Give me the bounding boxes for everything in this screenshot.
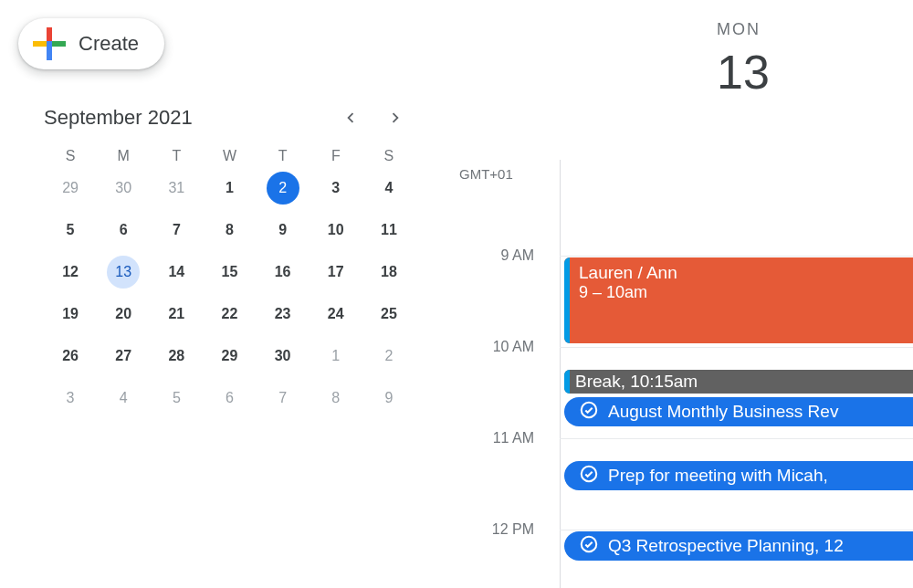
day-cell[interactable]: 3 bbox=[310, 173, 362, 203]
day-cell[interactable]: 9 bbox=[362, 383, 415, 413]
day-cell[interactable]: 11 bbox=[362, 215, 415, 245]
weekday-label: T bbox=[150, 148, 203, 164]
day-number: 3 bbox=[320, 172, 352, 205]
day-cell[interactable]: 9 bbox=[257, 215, 310, 245]
day-number: 10 bbox=[320, 214, 352, 247]
day-number: 9 bbox=[373, 382, 405, 415]
day-number: 6 bbox=[107, 214, 140, 247]
day-cell[interactable]: 17 bbox=[310, 257, 362, 287]
day-number: 29 bbox=[54, 172, 87, 205]
weekday-label: S bbox=[362, 148, 415, 164]
day-number: 23 bbox=[267, 298, 299, 331]
day-number: 26 bbox=[54, 340, 87, 373]
day-cell[interactable]: 8 bbox=[203, 215, 256, 245]
create-button[interactable]: Create bbox=[18, 18, 164, 69]
day-cell[interactable]: 16 bbox=[257, 257, 310, 287]
day-cell[interactable]: 6 bbox=[203, 383, 256, 413]
day-of-week-label: MON bbox=[717, 20, 770, 39]
day-cell[interactable]: 23 bbox=[257, 299, 310, 329]
mini-calendar: September 2021 SMTWTFS 29303112345678910… bbox=[18, 106, 425, 413]
day-cell[interactable]: 30 bbox=[97, 173, 150, 203]
event-august-review[interactable]: August Monthly Business Rev bbox=[564, 397, 913, 426]
day-cell[interactable]: 26 bbox=[44, 341, 97, 371]
day-cell[interactable]: 8 bbox=[310, 383, 362, 413]
weekday-label: W bbox=[203, 148, 256, 164]
day-cell[interactable]: 7 bbox=[257, 383, 310, 413]
day-number: 8 bbox=[320, 382, 352, 415]
day-cell[interactable]: 13 bbox=[97, 257, 150, 287]
weekday-row: SMTWTFS bbox=[44, 148, 415, 164]
chevron-left-icon[interactable] bbox=[340, 107, 362, 129]
event-prep-micah[interactable]: Prep for meeting with Micah, bbox=[564, 461, 913, 490]
sidebar: Create September 2021 SMTWTFS 2930311234… bbox=[0, 0, 425, 588]
day-cell[interactable]: 4 bbox=[97, 383, 150, 413]
timezone-label: GMT+01 bbox=[459, 166, 513, 182]
day-number: 9 bbox=[267, 214, 299, 247]
day-cell[interactable]: 18 bbox=[362, 257, 415, 287]
day-cell[interactable]: 1 bbox=[310, 341, 362, 371]
day-number: 3 bbox=[54, 382, 87, 415]
day-number: 1 bbox=[320, 340, 352, 373]
event-title: Q3 Retrospective Planning, 12 bbox=[608, 536, 844, 556]
day-number: 18 bbox=[373, 256, 405, 289]
day-cell[interactable]: 24 bbox=[310, 299, 362, 329]
day-cell[interactable]: 20 bbox=[97, 299, 150, 329]
day-cell[interactable]: 28 bbox=[150, 341, 203, 371]
day-number: 4 bbox=[373, 172, 405, 205]
day-number: 6 bbox=[213, 382, 246, 415]
plus-icon bbox=[33, 27, 66, 60]
day-number: 13 bbox=[107, 256, 140, 289]
day-number: 21 bbox=[160, 298, 193, 331]
event-time: 9 – 10am bbox=[579, 283, 904, 302]
day-cell[interactable]: 2 bbox=[362, 341, 415, 371]
hour-line bbox=[560, 256, 913, 257]
day-cell[interactable]: 10 bbox=[310, 215, 362, 245]
day-cell[interactable]: 5 bbox=[150, 383, 203, 413]
day-cell[interactable]: 5 bbox=[44, 215, 97, 245]
day-of-month-label: 13 bbox=[717, 45, 770, 100]
event-lauren-ann[interactable]: Lauren / Ann 9 – 10am bbox=[564, 257, 913, 343]
day-cell[interactable]: 1 bbox=[203, 173, 256, 203]
day-cell[interactable]: 29 bbox=[203, 341, 256, 371]
day-number: 22 bbox=[213, 298, 246, 331]
day-number: 7 bbox=[160, 214, 193, 247]
day-cell[interactable]: 15 bbox=[203, 257, 256, 287]
hour-line bbox=[560, 347, 913, 348]
day-column-header[interactable]: MON 13 bbox=[717, 20, 770, 100]
day-cell[interactable]: 31 bbox=[150, 173, 203, 203]
day-cell[interactable]: 25 bbox=[362, 299, 415, 329]
day-number: 2 bbox=[373, 340, 405, 373]
event-break[interactable]: Break, 10:15am bbox=[564, 370, 913, 394]
chevron-right-icon[interactable] bbox=[384, 107, 406, 129]
time-label: 9 AM bbox=[501, 247, 534, 264]
day-number: 8 bbox=[213, 214, 246, 247]
day-cell[interactable]: 12 bbox=[44, 257, 97, 287]
day-number: 14 bbox=[160, 256, 193, 289]
event-q3-retro[interactable]: Q3 Retrospective Planning, 12 bbox=[564, 531, 913, 561]
day-number: 4 bbox=[107, 382, 140, 415]
day-cell[interactable]: 7 bbox=[150, 215, 203, 245]
day-number: 20 bbox=[107, 298, 140, 331]
time-label: 12 PM bbox=[492, 521, 534, 538]
day-cell[interactable]: 2 bbox=[257, 173, 310, 203]
create-label: Create bbox=[79, 32, 139, 56]
check-circle-icon bbox=[579, 400, 599, 425]
day-cell[interactable]: 3 bbox=[44, 383, 97, 413]
event-title: Break, 10:15am bbox=[575, 372, 698, 392]
day-cell[interactable]: 29 bbox=[44, 173, 97, 203]
day-number: 29 bbox=[213, 340, 246, 373]
day-number: 31 bbox=[160, 172, 193, 205]
weekday-label: F bbox=[310, 148, 362, 164]
day-cell[interactable]: 14 bbox=[150, 257, 203, 287]
day-cell[interactable]: 19 bbox=[44, 299, 97, 329]
day-number: 27 bbox=[107, 340, 140, 373]
day-cell[interactable]: 6 bbox=[97, 215, 150, 245]
day-number: 17 bbox=[320, 256, 352, 289]
day-cell[interactable]: 22 bbox=[203, 299, 256, 329]
day-cell[interactable]: 4 bbox=[362, 173, 415, 203]
day-cell[interactable]: 21 bbox=[150, 299, 203, 329]
day-cell[interactable]: 30 bbox=[257, 341, 310, 371]
day-cell[interactable]: 27 bbox=[97, 341, 150, 371]
day-number: 16 bbox=[267, 256, 299, 289]
day-number: 28 bbox=[160, 340, 193, 373]
